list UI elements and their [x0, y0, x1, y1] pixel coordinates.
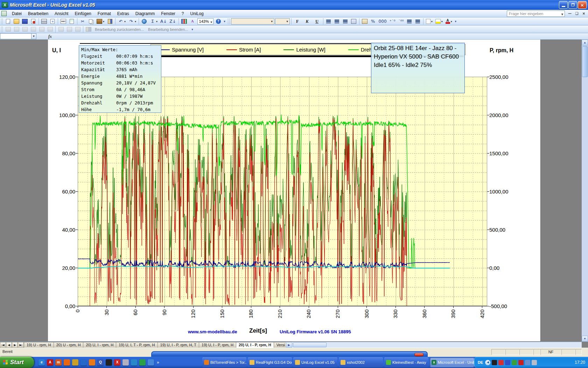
increase-indent-button[interactable]: [414, 18, 422, 25]
sheet-tab-3[interactable]: 19) U, I, T - P, rpm, H: [116, 342, 158, 348]
menu-item-3[interactable]: Einfügen: [71, 10, 94, 17]
hyperlink-button[interactable]: [140, 18, 148, 25]
menu-item-7[interactable]: Fenster: [158, 10, 178, 17]
acrobat-icon[interactable]: A: [47, 359, 53, 366]
hidden-window-close-button[interactable]: [414, 353, 424, 356]
tray-icon-power[interactable]: [498, 360, 504, 365]
font-name-select[interactable]: ▼: [231, 18, 274, 25]
sheet-tab-7[interactable]: Versi: [274, 342, 286, 348]
tray-icon-antivirus[interactable]: [492, 360, 497, 365]
minmax-textbox[interactable]: Min/Max Werte: Flugzeit00:07:09 h:m:sMot…: [79, 45, 161, 113]
task-button-0[interactable]: BitTorrentFiles > Tor...: [202, 357, 246, 367]
review-button-5[interactable]: [46, 26, 54, 33]
horizontal-scroll-thumb[interactable]: [293, 342, 327, 347]
vertical-scroll-thumb[interactable]: [582, 46, 588, 77]
tray-icon-stop[interactable]: [518, 360, 524, 365]
review-button-3[interactable]: [29, 26, 37, 33]
review-button-4[interactable]: [38, 26, 46, 33]
scroll-right-icon[interactable]: ▶: [286, 342, 292, 348]
doc-restore-button[interactable]: ❏: [574, 11, 580, 16]
dropdown-icon[interactable]: ▾: [156, 20, 158, 23]
review-button-1[interactable]: [13, 26, 20, 33]
green-app-icon[interactable]: [139, 359, 146, 366]
horizontal-scrollbar[interactable]: ◀▶: [286, 342, 582, 348]
permission-button[interactable]: [29, 18, 37, 25]
align-right-button[interactable]: [342, 18, 349, 25]
increase-decimal-button[interactable]: ⁺˙⁰: [388, 18, 397, 25]
toolbar-grip[interactable]: [1, 19, 3, 24]
redo-button[interactable]: ↷▾: [127, 18, 137, 25]
red-x-app-icon[interactable]: X: [114, 359, 120, 366]
start-button[interactable]: Start: [0, 357, 34, 368]
legend-item-0[interactable]: Spannung [V]: [159, 47, 204, 53]
menu-item-9[interactable]: UniLog: [187, 10, 207, 17]
dropdown-icon[interactable]: ▾: [431, 20, 433, 23]
spelling-button[interactable]: ABC: [59, 18, 67, 25]
review-button-6[interactable]: [57, 26, 65, 33]
thousands-button[interactable]: 000: [378, 18, 388, 25]
italic-button[interactable]: K: [303, 18, 312, 25]
dropdown-icon[interactable]: ▾: [441, 20, 443, 23]
name-box[interactable]: [0, 33, 31, 39]
merge-center-button[interactable]: [350, 18, 358, 25]
sheet-tab-2[interactable]: 20) U, I - rpm, H: [83, 342, 116, 348]
currency-button[interactable]: [361, 18, 369, 25]
undo-button[interactable]: ↶▾: [117, 18, 127, 25]
name-box-dropdown-icon[interactable]: ▼: [31, 33, 36, 39]
tray-icon-usb[interactable]: [512, 360, 517, 365]
pda-icon[interactable]: [122, 359, 129, 366]
doc-close-button[interactable]: ×: [581, 11, 587, 16]
save-button[interactable]: [21, 18, 29, 25]
doc-minimize-button[interactable]: —: [567, 11, 573, 16]
sheet-tab-4[interactable]: 19) U, I - P, rpm, H, T: [158, 342, 200, 348]
restore-button[interactable]: [568, 1, 577, 9]
dropdown-icon[interactable]: ▾: [103, 20, 104, 23]
legend-item-2[interactable]: Leistung [W]: [284, 47, 325, 53]
menu-item-1[interactable]: Bearbeiten: [25, 10, 51, 17]
sheet-tab-1[interactable]: 20) U - rpm, H: [54, 342, 84, 348]
copy-button[interactable]: [87, 18, 95, 25]
cut-button[interactable]: ✂: [79, 18, 86, 25]
insert-function-icon[interactable]: fx: [48, 34, 52, 39]
font-dropdown-icon[interactable]: ▼: [271, 20, 273, 23]
drawing-button[interactable]: A: [189, 18, 196, 25]
display-icon[interactable]: [148, 359, 154, 366]
review-button-7[interactable]: [65, 26, 73, 33]
review-button-2[interactable]: [21, 26, 29, 33]
task-button-2[interactable]: UniLog Excel v1.05: [293, 357, 337, 367]
reply-with-changes-button[interactable]: [85, 26, 92, 33]
close-button[interactable]: ×: [578, 1, 587, 9]
align-left-button[interactable]: [325, 18, 332, 25]
percent-button[interactable]: %: [369, 18, 377, 25]
zoom-dropdown-icon[interactable]: ▼: [210, 20, 213, 25]
decrease-decimal-button[interactable]: ˙⁰⁰: [397, 18, 405, 25]
menu-item-2[interactable]: Ansicht: [51, 10, 71, 17]
print-button[interactable]: [40, 18, 48, 25]
fill-color-button[interactable]: ▾: [434, 18, 444, 25]
menu-item-4[interactable]: Format: [94, 10, 114, 17]
dropdown-icon[interactable]: ▾: [451, 20, 452, 23]
tray-icon-network[interactable]: [525, 360, 530, 365]
sheet-tab-0[interactable]: 19) U - rpm, H: [24, 342, 54, 348]
music-app-icon[interactable]: [89, 359, 95, 366]
question-dropdown-icon[interactable]: ▼: [561, 12, 564, 17]
toolbar-grip[interactable]: [228, 19, 230, 24]
chart-wizard-button[interactable]: [180, 18, 188, 25]
review-button-0[interactable]: [4, 26, 12, 33]
quick-launch-overflow-icon[interactable]: »: [157, 360, 159, 365]
borders-button[interactable]: ▾: [425, 18, 434, 25]
website-link[interactable]: www.sm-modellbau.de: [188, 329, 237, 335]
winamp-icon[interactable]: [72, 359, 78, 366]
menu-item-5[interactable]: Extras: [114, 10, 132, 17]
workbook-icon[interactable]: [1, 11, 7, 16]
browser2-icon[interactable]: [131, 359, 137, 366]
tab-nav-next-icon[interactable]: ▶: [12, 342, 18, 348]
autosum-button[interactable]: Σ▾: [149, 18, 159, 25]
toolbar-options-icon[interactable]: ▾: [190, 26, 194, 33]
sheet-tab-6[interactable]: 20) U, I - P, rpm, H: [236, 342, 274, 348]
bold-button[interactable]: F: [293, 18, 302, 25]
tab-nav-prev-icon[interactable]: ◀: [6, 342, 12, 348]
tab-nav-last-icon[interactable]: ▶|: [18, 342, 24, 348]
sort-descending-button[interactable]: Z↓: [168, 18, 177, 25]
menu-item-8[interactable]: ?: [178, 10, 187, 17]
